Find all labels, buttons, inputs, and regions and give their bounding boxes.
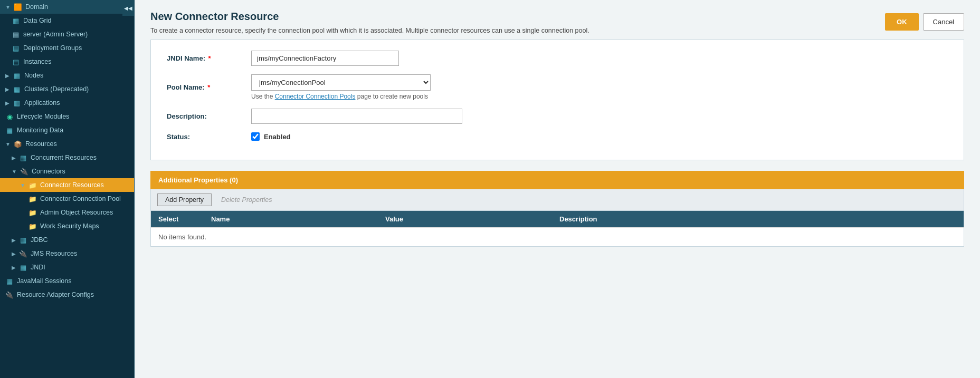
clusters-icon: ▦ bbox=[13, 85, 21, 93]
sidebar-item-label: Monitoring Data bbox=[17, 127, 63, 134]
arrow-icon: ▼ bbox=[5, 4, 11, 10]
jndi-icon: ▦ bbox=[19, 263, 27, 272]
sidebar-item-label: Instances bbox=[23, 58, 52, 65]
col-header-value: Value bbox=[378, 211, 552, 228]
sidebar-item-label: Connector Resources bbox=[40, 181, 104, 189]
description-row: Description: bbox=[167, 109, 948, 124]
arrow-icon: ▶ bbox=[5, 73, 9, 79]
sidebar-item-lifecycle-modules[interactable]: ◉ Lifecycle Modules bbox=[0, 110, 134, 123]
sidebar: ◀◀ ▼ 🟧 Domain ▦ Data Grid ▤ server (Admi… bbox=[0, 0, 135, 378]
sidebar-item-label: JDBC bbox=[31, 236, 48, 244]
sidebar-item-nodes[interactable]: ▶ ▦ Nodes bbox=[0, 69, 134, 82]
arrow-icon: ▶ bbox=[5, 86, 9, 92]
conn-pool-icon: 📁 bbox=[28, 195, 37, 203]
sidebar-item-clusters[interactable]: ▶ ▦ Clusters (Deprecated) bbox=[0, 82, 134, 96]
sidebar-item-concurrent-resources[interactable]: ▶ ▦ Concurrent Resources bbox=[0, 151, 134, 164]
resources-icon: 📦 bbox=[14, 140, 22, 148]
sidebar-item-connector-connection-pool[interactable]: 📁 Connector Connection Pool bbox=[0, 192, 134, 206]
domain-icon: 🟧 bbox=[14, 3, 22, 11]
arrow-icon: ▼ bbox=[12, 169, 17, 175]
lifecycle-icon: ◉ bbox=[5, 112, 14, 121]
page-title: New Connector Resource bbox=[150, 11, 589, 23]
sidebar-item-label: Resources bbox=[25, 140, 57, 148]
sidebar-item-admin-object-resources[interactable]: 📁 Admin Object Resources bbox=[0, 206, 134, 219]
sidebar-item-label: Deployment Groups bbox=[23, 44, 82, 52]
javamail-icon: ▦ bbox=[5, 277, 14, 285]
sidebar-item-label: Data Grid bbox=[23, 17, 52, 24]
arrow-icon: ▶ bbox=[12, 237, 16, 243]
main-content: New Connector Resource To create a conne… bbox=[135, 0, 980, 378]
arrow-icon: ▶ bbox=[12, 155, 16, 161]
group-icon: ▤ bbox=[12, 44, 20, 52]
sidebar-item-javamail-sessions[interactable]: ▦ JavaMail Sessions bbox=[0, 274, 134, 288]
page-header: New Connector Resource To create a conne… bbox=[135, 0, 980, 40]
sidebar-item-label: Clusters (Deprecated) bbox=[24, 85, 89, 93]
arrow-icon: ▶ bbox=[5, 100, 9, 106]
sidebar-item-data-grid[interactable]: ▦ Data Grid bbox=[0, 14, 134, 27]
sidebar-item-label: Concurrent Resources bbox=[31, 154, 97, 161]
arrow-icon: ▼ bbox=[20, 182, 25, 188]
connectors-icon: 🔌 bbox=[20, 167, 28, 176]
arrow-icon: ▶ bbox=[12, 265, 16, 270]
sidebar-item-connectors[interactable]: ▼ 🔌 Connectors bbox=[0, 164, 134, 178]
ok-button[interactable]: OK bbox=[885, 13, 919, 31]
sidebar-item-jms-resources[interactable]: ▶ 🔌 JMS Resources bbox=[0, 247, 134, 260]
instances-icon: ▤ bbox=[12, 57, 20, 66]
sidebar-item-jndi[interactable]: ▶ ▦ JNDI bbox=[0, 260, 134, 274]
sidebar-item-label: server (Admin Server) bbox=[23, 31, 88, 38]
sidebar-item-work-security-maps[interactable]: 📁 Work Security Maps bbox=[0, 219, 134, 233]
page-description: To create a connector resource, specify … bbox=[150, 27, 589, 34]
pool-hint: Use the Connector Connection Pools page … bbox=[251, 93, 948, 100]
pool-name-row: Pool Name: * jms/myConectionPool Use the… bbox=[167, 74, 948, 100]
jndi-name-label: JNDI Name: * bbox=[167, 54, 251, 62]
sidebar-item-connector-resources[interactable]: ▼ 📁 Connector Resources bbox=[0, 178, 134, 192]
col-header-description: Description bbox=[552, 211, 964, 228]
sidebar-item-domain[interactable]: ▼ 🟧 Domain bbox=[0, 0, 134, 14]
sidebar-item-label: Resource Adapter Configs bbox=[17, 291, 94, 298]
status-enabled-checkbox[interactable] bbox=[251, 132, 260, 141]
nodes-icon: ▦ bbox=[13, 71, 21, 80]
sidebar-item-applications[interactable]: ▶ ▦ Applications bbox=[0, 96, 134, 110]
connector-pools-link[interactable]: Connector Connection Pools bbox=[275, 93, 356, 100]
sidebar-collapse-button[interactable]: ◀◀ bbox=[122, 0, 134, 16]
sidebar-item-jdbc[interactable]: ▶ ▦ JDBC bbox=[0, 233, 134, 247]
sidebar-item-label: Connectors bbox=[32, 168, 65, 175]
description-label: Description: bbox=[167, 112, 251, 120]
jndi-name-row: JNDI Name: * bbox=[167, 51, 948, 66]
pool-name-control: jms/myConectionPool Use the Connector Co… bbox=[251, 74, 948, 100]
header-buttons: OK Cancel bbox=[885, 13, 964, 31]
arrow-icon: ▶ bbox=[12, 251, 16, 257]
sidebar-item-label: Connector Connection Pool bbox=[40, 195, 121, 202]
sidebar-item-label: Applications bbox=[24, 99, 60, 106]
col-header-name: Name bbox=[204, 211, 378, 228]
sidebar-item-monitoring-data[interactable]: ▦ Monitoring Data bbox=[0, 123, 134, 137]
pool-name-select[interactable]: jms/myConectionPool bbox=[251, 74, 431, 91]
pool-name-label: Pool Name: * bbox=[167, 83, 251, 91]
description-input[interactable] bbox=[251, 109, 462, 124]
delete-properties-button[interactable]: Delete Properties bbox=[216, 193, 278, 206]
sidebar-item-label: JMS Resources bbox=[31, 250, 77, 257]
description-control bbox=[251, 109, 948, 124]
col-header-select: Select bbox=[151, 211, 204, 228]
status-enabled-group: Enabled bbox=[251, 132, 948, 141]
properties-toolbar: Add Property Delete Properties bbox=[150, 189, 964, 211]
sidebar-item-server-admin[interactable]: ▤ server (Admin Server) bbox=[0, 27, 134, 41]
jndi-name-input[interactable] bbox=[251, 51, 399, 66]
grid-icon: ▦ bbox=[12, 16, 20, 25]
sidebar-item-deployment-groups[interactable]: ▤ Deployment Groups bbox=[0, 41, 134, 55]
sidebar-item-resource-adapter-configs[interactable]: 🔌 Resource Adapter Configs bbox=[0, 288, 134, 302]
status-enabled-label: Enabled bbox=[264, 133, 291, 141]
admin-obj-icon: 📁 bbox=[28, 208, 37, 217]
work-sec-icon: 📁 bbox=[28, 222, 37, 230]
sidebar-item-resources[interactable]: ▼ 📦 Resources bbox=[0, 137, 134, 151]
sidebar-item-instances[interactable]: ▤ Instances bbox=[0, 55, 134, 69]
cancel-button[interactable]: Cancel bbox=[923, 13, 964, 31]
jms-icon: 🔌 bbox=[19, 249, 27, 258]
additional-properties-header: Additional Properties (0) bbox=[150, 171, 964, 189]
status-label: Status: bbox=[167, 133, 251, 141]
empty-message: No items found. bbox=[151, 228, 964, 247]
add-property-button[interactable]: Add Property bbox=[157, 193, 212, 206]
sidebar-item-label: Work Security Maps bbox=[40, 222, 99, 230]
arrow-icon: ▼ bbox=[5, 141, 11, 147]
jndi-name-control bbox=[251, 51, 948, 66]
